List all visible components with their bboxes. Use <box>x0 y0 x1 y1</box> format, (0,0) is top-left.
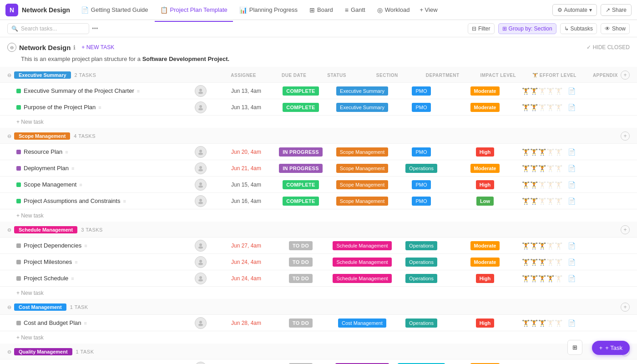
new-task-link[interactable]: + New task <box>16 290 44 296</box>
tab-getting-started[interactable]: 📄 Getting Started Guide <box>76 4 154 16</box>
section-badge-executive-summary[interactable]: Executive Summary <box>14 71 71 79</box>
svg-point-11 <box>198 202 203 204</box>
effort-empty-icon: 🏋 <box>538 104 546 111</box>
svg-point-17 <box>198 279 203 281</box>
task-menu-icon[interactable]: ≡ <box>71 166 74 171</box>
section-badge-cost-management[interactable]: Cost Management <box>14 303 66 311</box>
task-dept-badge: Operations <box>405 318 437 328</box>
show-button[interactable]: 👁 Show <box>601 23 630 34</box>
automate-chevron: ▾ <box>589 7 592 13</box>
filter-label: Filter <box>478 25 490 32</box>
avatar[interactable] <box>195 273 207 284</box>
effort-empty-icon: 🏋 <box>555 148 562 156</box>
filter-button[interactable]: ⊟ Filter <box>468 23 495 34</box>
appendix-file-icon: 📄 <box>568 87 576 95</box>
task-status-dot <box>16 182 21 187</box>
appendix-file-icon: 📄 <box>568 197 576 205</box>
task-menu-icon[interactable]: ≡ <box>71 276 74 281</box>
section-badge-schedule-management[interactable]: Schedule Management <box>14 226 77 233</box>
add-task-fab[interactable]: + + Task <box>592 341 630 355</box>
task-menu-icon[interactable]: ≡ <box>65 149 68 155</box>
avatar[interactable] <box>195 362 207 364</box>
effort-empty-icon: 🏋 <box>546 148 554 156</box>
avatar[interactable] <box>195 101 207 113</box>
subtasks-button[interactable]: ↳ Subtasks <box>560 23 597 34</box>
subtasks-icon: ↳ <box>564 25 569 32</box>
task-impact-badge: High <box>476 147 494 157</box>
appendix-file-icon: 📄 <box>568 104 576 111</box>
avatar[interactable] <box>195 85 207 97</box>
section-expand-schedule-management[interactable]: ⊖ <box>7 227 11 233</box>
avatar[interactable] <box>195 317 207 329</box>
task-impact-badge: High <box>476 180 494 189</box>
add-view-button[interactable]: + View <box>416 4 441 15</box>
avatar[interactable] <box>195 256 207 268</box>
new-task-button[interactable]: + NEW TASK <box>78 43 117 52</box>
task-section-badge: Scope Management <box>336 180 388 189</box>
avatar[interactable] <box>195 146 207 158</box>
tab-board[interactable]: ⊞ Board <box>304 4 339 16</box>
task-due-date: Jun 20, 4am <box>221 149 271 155</box>
tab-gantt[interactable]: ≡ Gantt <box>339 4 371 16</box>
task-menu-icon[interactable]: ≡ <box>123 198 126 204</box>
group-by-button[interactable]: ⊞ Group by: Section <box>498 23 556 34</box>
avatar[interactable] <box>195 179 207 191</box>
task-menu-icon[interactable]: ≡ <box>98 105 101 110</box>
sections-container: ⊖ Executive Summary 2 TASKS ASSIGNEE DUE… <box>0 67 637 364</box>
task-name: Executive Summary of the Project Charter <box>24 87 134 94</box>
add-task-fab-label: + Task <box>605 344 622 351</box>
board-icon: ⊞ <box>309 6 315 14</box>
task-menu-icon[interactable]: ≡ <box>79 182 82 187</box>
automate-button[interactable]: ⚙ Automate ▾ <box>552 4 597 16</box>
section-expand-scope-management[interactable]: ⊖ <box>7 133 11 139</box>
project-info-icon[interactable]: ℹ <box>73 44 76 51</box>
share-button[interactable]: ↗ Share <box>601 4 632 16</box>
avatar[interactable] <box>195 162 207 174</box>
task-menu-icon[interactable]: ≡ <box>84 243 87 248</box>
tab-planning-progress[interactable]: 📊 Planning Progress <box>234 4 303 16</box>
tab-project-plan[interactable]: 📋 Project Plan Template <box>155 4 233 16</box>
new-task-link[interactable]: + New task <box>16 119 44 125</box>
task-dept-cell: Operations <box>394 258 449 267</box>
add-to-section-button[interactable]: + <box>621 71 630 80</box>
task-menu-icon[interactable]: ≡ <box>84 320 86 326</box>
task-row: Quality Management Plan ≡ 5 days ago, 4a… <box>0 359 637 364</box>
add-to-section-button[interactable]: + <box>621 131 630 141</box>
task-name-cell: Resource Plan ≡ <box>7 146 180 158</box>
task-impact-cell: Moderate <box>449 258 521 267</box>
svg-point-12 <box>199 243 202 246</box>
task-menu-icon[interactable]: ≡ <box>75 259 77 265</box>
section-expand-quality-management[interactable]: ⊖ <box>7 349 11 355</box>
show-icon: 👁 <box>605 25 610 32</box>
appendix-file-icon: 📄 <box>568 242 576 249</box>
task-effort-cell: 🏋🏋🏋🏋🏋 <box>521 104 562 111</box>
tab-workload[interactable]: ◎ Workload <box>372 4 415 16</box>
task-section-badge: Schedule Management <box>333 274 391 283</box>
section-badge-quality-management[interactable]: Quality Management <box>14 348 72 355</box>
hide-closed-button[interactable]: ✓ HIDE CLOSED <box>586 44 630 51</box>
section-expand-cost-management[interactable]: ⊖ <box>7 304 11 310</box>
section-expand-executive-summary[interactable]: ⊖ <box>7 72 11 78</box>
section-header-right-scope-management: + <box>621 131 630 141</box>
task-name-cell: Cost and Budget Plan ≡ <box>7 317 180 329</box>
project-expand-button[interactable]: ⊖ <box>7 43 16 52</box>
svg-point-5 <box>198 152 203 155</box>
task-section-cell: Schedule Management <box>330 241 394 250</box>
add-to-section-button[interactable]: + <box>621 303 630 312</box>
project-plan-icon: 📋 <box>160 6 168 14</box>
new-task-link[interactable]: + New task <box>16 334 44 341</box>
new-task-row: + New task <box>0 209 637 222</box>
section-badge-scope-management[interactable]: Scope Management <box>14 132 70 140</box>
task-row: Project Schedule ≡ Jun 24, 4am TO DO Sch… <box>0 270 637 287</box>
new-task-link[interactable]: + New task <box>16 212 44 219</box>
task-menu-icon[interactable]: ≡ <box>137 88 140 94</box>
more-options-icon[interactable]: ••• <box>92 25 98 32</box>
avatar[interactable] <box>195 195 207 207</box>
task-status-dot <box>16 321 21 325</box>
task-status-badge: TO DO <box>289 274 313 283</box>
automate-label: Automate <box>564 7 587 13</box>
grid-view-button[interactable]: ⊞ <box>567 340 582 355</box>
avatar[interactable] <box>195 240 207 252</box>
search-box[interactable]: 🔍 Search tasks... <box>7 23 89 34</box>
add-to-section-button[interactable]: + <box>621 225 630 234</box>
